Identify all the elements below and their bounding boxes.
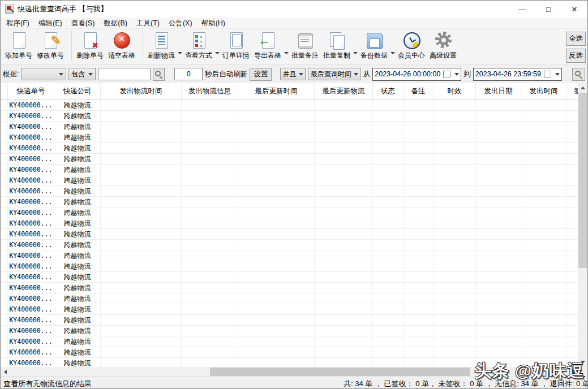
row-selector-cell[interactable] xyxy=(1,186,8,196)
tracking-number-cell[interactable]: KY400000... xyxy=(8,165,54,175)
tracking-number-cell[interactable]: KY400000... xyxy=(8,154,54,164)
select-all-button[interactable]: 全选 xyxy=(566,32,586,46)
table-row[interactable]: KY400000... 跨越物流 xyxy=(1,283,579,293)
table-row[interactable]: KY400000... 跨越物流 xyxy=(1,122,579,132)
tracking-number-cell[interactable]: KY400000... xyxy=(8,197,54,207)
batch-note-button[interactable]: 批量备注 xyxy=(289,31,321,61)
row-selector-cell[interactable] xyxy=(1,229,8,239)
company-cell[interactable]: 跨越物流 xyxy=(54,218,101,228)
menu-item[interactable]: 公告(X) xyxy=(164,18,197,29)
column-header-note[interactable]: 备注 xyxy=(404,83,434,100)
row-selector-cell[interactable] xyxy=(1,240,8,250)
backup-data-button[interactable]: 备份数据 xyxy=(358,31,390,61)
company-cell[interactable]: 跨越物流 xyxy=(54,122,101,132)
column-header-last-update-time[interactable]: 最后更新时间 xyxy=(238,83,315,100)
field-combobox[interactable] xyxy=(21,68,66,80)
table-row[interactable]: KY400000... 跨越物流 xyxy=(1,197,579,208)
company-cell[interactable]: 跨越物流 xyxy=(54,111,101,121)
advanced-settings-button[interactable]: 高级设置 xyxy=(427,31,459,61)
company-cell[interactable]: 跨越物流 xyxy=(54,272,101,282)
tracking-number-cell[interactable]: KY400000... xyxy=(8,100,54,110)
column-header-status[interactable]: 状态 xyxy=(373,83,404,100)
menu-item[interactable]: 工具(T) xyxy=(132,18,164,29)
filter-search-button[interactable] xyxy=(153,68,165,81)
vertical-scrollbar[interactable] xyxy=(578,83,587,367)
order-details-button[interactable]: 订单详情 xyxy=(220,31,252,61)
row-selector-cell[interactable] xyxy=(1,358,8,367)
tracking-number-cell[interactable]: KY400000... xyxy=(8,240,54,250)
table-row[interactable]: KY400000... 跨越物流 xyxy=(1,240,579,250)
chevron-down-icon[interactable] xyxy=(284,52,289,54)
column-header-first-logistics-time[interactable]: 发出物流时间 xyxy=(101,83,182,100)
tracking-number-cell[interactable]: KY400000... xyxy=(8,315,54,325)
tracking-number-cell[interactable]: KY400000... xyxy=(8,272,54,282)
table-row[interactable]: KY400000... 跨越物流 xyxy=(1,186,579,197)
menu-item[interactable]: 查看(S) xyxy=(67,18,100,29)
tracking-number-cell[interactable]: KY400000... xyxy=(8,336,54,347)
settings-button[interactable]: 设置 xyxy=(250,68,272,81)
company-cell[interactable]: 跨越物流 xyxy=(54,326,101,336)
table-row[interactable]: KY400000... 跨越物流 xyxy=(1,208,579,218)
row-selector-cell[interactable] xyxy=(1,154,8,164)
company-cell[interactable]: 跨越物流 xyxy=(54,283,101,293)
table-row[interactable]: KY400000... 跨越物流 xyxy=(1,261,579,272)
time-field-combobox[interactable]: 最后查询时间 xyxy=(308,68,361,80)
row-selector-cell[interactable] xyxy=(1,218,8,228)
company-cell[interactable]: 跨越物流 xyxy=(54,165,101,175)
company-cell[interactable]: 跨越物流 xyxy=(54,304,101,314)
company-cell[interactable]: 跨越物流 xyxy=(54,175,101,185)
scroll-left-button[interactable] xyxy=(1,367,10,377)
company-cell[interactable]: 跨越物流 xyxy=(54,154,101,164)
and-or-combobox[interactable]: 并且 xyxy=(280,68,306,80)
company-cell[interactable]: 跨越物流 xyxy=(54,132,101,142)
row-selector-cell[interactable] xyxy=(1,165,8,175)
table-row[interactable]: KY400000... 跨越物流 xyxy=(1,293,579,304)
tracking-number-cell[interactable]: KY400000... xyxy=(8,143,54,153)
view-mode-button[interactable]: 查看方式 xyxy=(183,31,214,61)
table-row[interactable]: KY400000... 跨越物流 xyxy=(1,132,579,143)
row-selector-cell[interactable] xyxy=(1,283,8,293)
row-selector-cell[interactable] xyxy=(1,261,8,271)
clear-table-button[interactable]: 清空表格 xyxy=(106,31,138,61)
tracking-number-cell[interactable]: KY400000... xyxy=(8,218,54,228)
tracking-number-cell[interactable]: KY400000... xyxy=(8,358,54,367)
export-table-button[interactable]: 导出表格 xyxy=(252,31,284,61)
menu-item[interactable]: 编辑(E) xyxy=(34,18,67,29)
row-selector-cell[interactable] xyxy=(1,315,8,325)
refresh-logistics-button[interactable]: 刷新物流 xyxy=(145,31,177,61)
menu-item[interactable]: 数据(B) xyxy=(99,18,132,29)
column-header-sel[interactable] xyxy=(1,83,8,100)
tracking-number-cell[interactable]: KY400000... xyxy=(8,186,54,196)
table-row[interactable]: KY400000... 跨越物流 xyxy=(1,111,579,122)
table-row[interactable]: KY400000... 跨越物流 xyxy=(1,347,579,358)
table-row[interactable]: KY400000... 跨越物流 xyxy=(1,100,579,111)
column-header-last-update-info[interactable]: 最后更新物流 xyxy=(315,83,373,100)
column-header-aging[interactable]: 时效 xyxy=(434,83,476,100)
company-cell[interactable]: 跨越物流 xyxy=(54,336,101,347)
column-header-ship-time[interactable]: 发出时间 xyxy=(521,83,566,100)
company-cell[interactable]: 跨越物流 xyxy=(54,229,101,239)
table-row[interactable]: KY400000... 跨越物流 xyxy=(1,250,579,261)
horizontal-scroll-thumb[interactable] xyxy=(210,368,470,376)
maximize-button[interactable]: □ xyxy=(535,1,561,18)
table-row[interactable]: KY400000... 跨越物流 xyxy=(1,304,579,315)
column-header-sign[interactable]: 签 xyxy=(566,83,579,100)
company-cell[interactable]: 跨越物流 xyxy=(54,250,101,261)
row-selector-cell[interactable] xyxy=(1,336,8,347)
tracking-number-cell[interactable]: KY400000... xyxy=(8,293,54,304)
row-selector-cell[interactable] xyxy=(1,293,8,304)
tracking-number-cell[interactable]: KY400000... xyxy=(8,326,54,336)
table-row[interactable]: KY400000... 跨越物流 xyxy=(1,218,579,229)
tracking-number-cell[interactable]: KY400000... xyxy=(8,261,54,271)
company-cell[interactable]: 跨越物流 xyxy=(54,358,101,367)
tracking-number-cell[interactable]: KY400000... xyxy=(8,175,54,185)
table-row[interactable]: KY400000... 跨越物流 xyxy=(1,315,579,326)
tracking-number-cell[interactable]: KY400000... xyxy=(8,347,54,357)
company-cell[interactable]: 跨越物流 xyxy=(54,197,101,207)
company-cell[interactable]: 跨越物流 xyxy=(54,240,101,250)
row-selector-cell[interactable] xyxy=(1,326,8,336)
search-input[interactable] xyxy=(98,68,151,80)
column-header-company[interactable]: 快递公司 xyxy=(54,83,101,100)
row-selector-cell[interactable] xyxy=(1,100,8,110)
company-cell[interactable]: 跨越物流 xyxy=(54,143,101,153)
